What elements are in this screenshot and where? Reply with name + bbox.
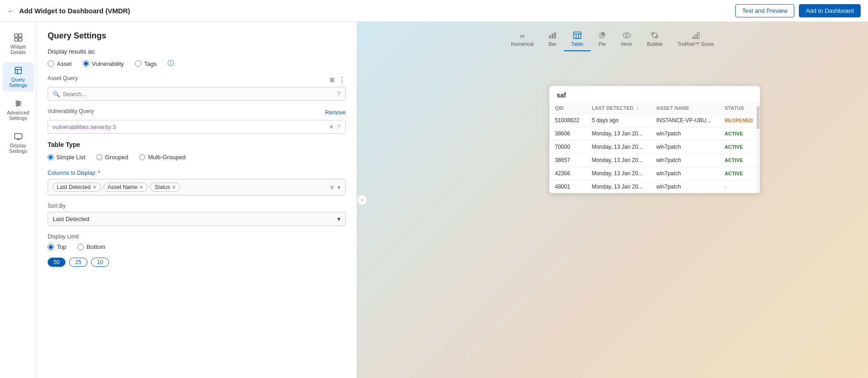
svg-point-12 bbox=[16, 104, 18, 106]
table-row: 70000 Monday, 13 Jan 20... win7patch ACT… bbox=[549, 140, 760, 154]
sort-by-select[interactable]: Last Detected ▾ bbox=[48, 212, 346, 226]
viz-venn-label: Venn bbox=[621, 41, 632, 47]
sidebar-item-display-settings[interactable]: Display Settings bbox=[3, 128, 34, 157]
viz-trurisk[interactable]: TruRisk™ Score bbox=[670, 27, 721, 51]
sidebar-item-query-settings[interactable]: Query Settings bbox=[3, 62, 34, 92]
sidebar: Widget Details Query Settings Advanced S… bbox=[0, 22, 37, 378]
columns-tags-wrap[interactable]: Last Detected ✕ Asset Name ✕ Status ✕ ✕ … bbox=[48, 179, 346, 195]
radio-simple-list-input[interactable] bbox=[48, 154, 54, 160]
tag-label: Asset Name bbox=[108, 184, 137, 190]
add-dashboard-button[interactable]: Add to Dashboard bbox=[799, 4, 861, 17]
cell-last-detected: 5 days ago bbox=[586, 114, 651, 127]
radio-tags-label: Tags bbox=[144, 60, 157, 67]
cell-status: REOPENED bbox=[719, 114, 760, 127]
tag-label: Status bbox=[154, 184, 170, 190]
sidebar-item-label: Display Settings bbox=[5, 143, 31, 154]
limit-pill-50[interactable]: 50 bbox=[48, 258, 65, 267]
filter-icon[interactable]: ⊞ bbox=[330, 76, 335, 83]
asset-query-icons: ⊞ ⋮ bbox=[330, 76, 346, 84]
test-preview-button[interactable]: Test and Preview bbox=[735, 4, 794, 17]
radio-vulnerability[interactable]: Vulnerability bbox=[83, 60, 124, 67]
col-status[interactable]: STATUS bbox=[719, 103, 760, 114]
radio-top[interactable]: Top bbox=[48, 243, 66, 250]
cell-asset-name: win7patch bbox=[651, 127, 719, 140]
viz-bar[interactable]: Bar bbox=[541, 27, 564, 51]
viz-pie[interactable]: Pie bbox=[591, 27, 613, 51]
back-button[interactable]: ← bbox=[7, 7, 15, 15]
radio-grouped-input[interactable] bbox=[97, 154, 103, 160]
vulnerability-query-input[interactable] bbox=[53, 124, 329, 130]
svg-rect-1 bbox=[19, 34, 22, 37]
table-row: 42366 Monday, 13 Jan 20... win7patch ACT… bbox=[549, 167, 760, 180]
radio-vulnerability-input[interactable] bbox=[83, 60, 89, 67]
viz-table[interactable]: Table bbox=[564, 27, 591, 51]
col-asset-name[interactable]: ASSET NAME bbox=[651, 103, 719, 114]
table-type-group-section: Table Type Simple List Grouped Multi-Gro… bbox=[48, 141, 346, 161]
sidebar-item-advanced-settings[interactable]: Advanced Settings bbox=[3, 95, 34, 124]
svg-rect-0 bbox=[15, 34, 18, 37]
svg-point-11 bbox=[18, 103, 20, 104]
viz-bubble-label: Bubble bbox=[647, 41, 662, 47]
tag-remove-status[interactable]: ✕ bbox=[172, 184, 176, 190]
advanced-icon bbox=[14, 99, 23, 108]
query-icon bbox=[14, 66, 23, 75]
radio-multi-grouped[interactable]: Multi-Grouped bbox=[139, 154, 185, 161]
viz-bubble[interactable]: Bubble bbox=[640, 27, 670, 51]
more-options-icon[interactable]: ⋮ bbox=[338, 76, 346, 84]
help-icon[interactable]: ? bbox=[337, 90, 341, 97]
settings-title: Query Settings bbox=[48, 31, 346, 41]
cell-asset-name: win7patch bbox=[651, 167, 719, 180]
radio-bottom-label: Bottom bbox=[87, 243, 105, 250]
asset-query-input[interactable] bbox=[63, 91, 337, 97]
expand-tags-icon[interactable]: ▾ bbox=[337, 184, 341, 191]
card-table-container: QID LAST DETECTED ↓ ASSET NAME STATUS 51… bbox=[549, 103, 760, 193]
tag-label: Last Detected bbox=[57, 184, 91, 190]
viz-venn[interactable]: Venn bbox=[613, 27, 640, 51]
svg-rect-3 bbox=[19, 38, 22, 41]
radio-tags-input[interactable] bbox=[135, 60, 141, 67]
limit-pill-25[interactable]: 25 bbox=[69, 258, 87, 267]
columns-label: Columns to Display: * bbox=[48, 170, 346, 176]
radio-multi-grouped-input[interactable] bbox=[139, 154, 145, 160]
remove-link[interactable]: Remove bbox=[325, 109, 346, 116]
viz-numerical[interactable]: 1K Numerical bbox=[504, 27, 541, 51]
search-icon: 🔍 bbox=[53, 91, 60, 97]
radio-bottom[interactable]: Bottom bbox=[77, 243, 105, 250]
query-icons: ✕ ? bbox=[329, 123, 341, 130]
venn-icon bbox=[623, 31, 631, 39]
query-help-icon[interactable]: ? bbox=[337, 123, 341, 130]
radio-asset[interactable]: Asset bbox=[48, 60, 72, 67]
limit-pill-10[interactable]: 10 bbox=[91, 258, 109, 267]
col-qid[interactable]: QID bbox=[549, 103, 586, 114]
cell-status: ACTIVE bbox=[719, 167, 760, 180]
sidebar-item-widget-details[interactable]: Widget Details bbox=[3, 29, 34, 59]
limit-pills-row: 50 25 10 bbox=[48, 258, 346, 267]
sort-arrow-icon: ↓ bbox=[636, 106, 639, 111]
cell-asset-name: win7patch bbox=[651, 180, 719, 194]
radio-multi-grouped-label: Multi-Grouped bbox=[148, 154, 185, 161]
radio-asset-input[interactable] bbox=[48, 60, 54, 67]
svg-rect-13 bbox=[15, 134, 22, 139]
radio-top-label: Top bbox=[57, 243, 66, 250]
cell-qid: 38657 bbox=[549, 154, 586, 167]
radio-grouped[interactable]: Grouped bbox=[97, 154, 129, 161]
radio-simple-list[interactable]: Simple List bbox=[48, 154, 86, 161]
radio-tags[interactable]: Tags bbox=[135, 60, 157, 67]
col-last-detected[interactable]: LAST DETECTED ↓ bbox=[586, 103, 651, 114]
tag-remove-asset-name[interactable]: ✕ bbox=[139, 184, 143, 190]
display-icon bbox=[14, 132, 23, 141]
table-type-options: Simple List Grouped Multi-Grouped bbox=[48, 154, 346, 161]
info-icon[interactable]: ⓘ bbox=[168, 59, 174, 68]
clear-icon[interactable]: ✕ bbox=[329, 123, 334, 130]
svg-rect-19 bbox=[554, 32, 556, 39]
vulnerability-query-label: Vulnerability Query bbox=[48, 108, 94, 114]
tag-remove-last-detected[interactable]: ✕ bbox=[92, 184, 97, 190]
cell-last-detected: Monday, 13 Jan 20... bbox=[586, 180, 651, 194]
clear-all-tags-icon[interactable]: ✕ bbox=[330, 184, 335, 191]
radio-top-input[interactable] bbox=[48, 244, 54, 250]
radio-bottom-input[interactable] bbox=[77, 244, 84, 250]
asset-query-group: Asset Query ⊞ ⋮ 🔍 ? bbox=[48, 75, 346, 101]
top-bar-right: Test and Preview Add to Dashboard bbox=[735, 4, 861, 17]
cell-asset-name: win7patch bbox=[651, 154, 719, 167]
collapse-panel-button[interactable]: ‹ bbox=[357, 195, 367, 205]
